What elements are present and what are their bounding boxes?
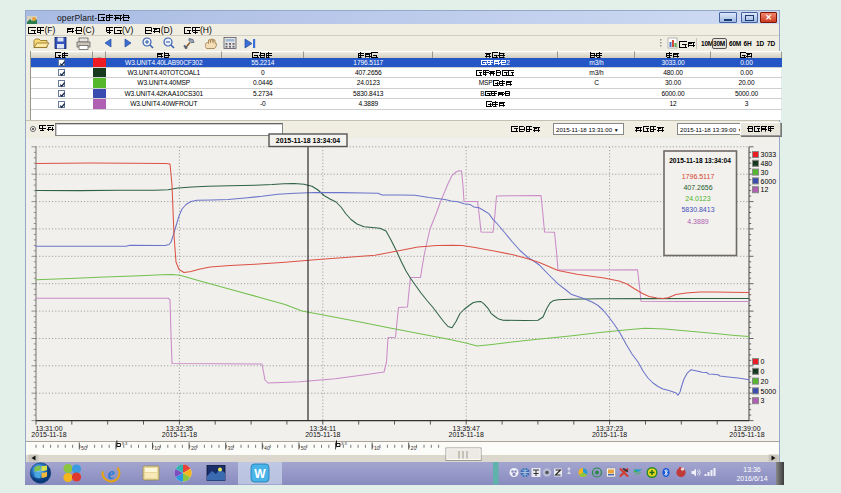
svg-text:2015-11-18: 2015-11-18 xyxy=(449,431,484,438)
svg-text:3:3: 3:3 xyxy=(121,441,127,446)
svg-text:20: 20 xyxy=(761,378,769,385)
svg-text:407.2656: 407.2656 xyxy=(683,184,712,191)
svg-text:480: 480 xyxy=(761,160,773,167)
svg-text:2015-11-18: 2015-11-18 xyxy=(592,431,627,438)
svg-text:40: 40 xyxy=(264,445,270,451)
svg-text:30: 30 xyxy=(228,445,234,451)
svg-text:12: 12 xyxy=(761,186,769,193)
svg-text:5830.8413: 5830.8413 xyxy=(681,206,714,213)
svg-text:50: 50 xyxy=(81,445,87,451)
svg-text:0: 0 xyxy=(761,358,765,365)
svg-text:3:3: 3:3 xyxy=(341,441,347,446)
svg-text:2015-11-18: 2015-11-18 xyxy=(305,431,340,438)
svg-text:50: 50 xyxy=(301,445,307,451)
svg-text:30: 30 xyxy=(761,169,769,176)
svg-text:24.0123: 24.0123 xyxy=(685,195,710,202)
svg-text:2015-11-18 13:34:04: 2015-11-18 13:34:04 xyxy=(276,137,341,144)
svg-text:5000: 5000 xyxy=(761,388,777,395)
svg-text:20: 20 xyxy=(191,445,197,451)
svg-text:0: 0 xyxy=(761,368,765,375)
svg-text:10: 10 xyxy=(374,445,380,451)
svg-text:4.3889: 4.3889 xyxy=(687,218,709,225)
svg-text:6000: 6000 xyxy=(761,178,777,185)
svg-text:2015-11-18: 2015-11-18 xyxy=(162,431,197,438)
svg-text:2015-11-18: 2015-11-18 xyxy=(31,431,66,438)
svg-text:20: 20 xyxy=(411,445,417,451)
svg-text:3: 3 xyxy=(761,397,765,404)
svg-text:2015-11-18 13:34:04: 2015-11-18 13:34:04 xyxy=(669,157,731,164)
svg-text:3033: 3033 xyxy=(761,151,777,158)
svg-text:2015-11-18: 2015-11-18 xyxy=(729,431,764,438)
svg-text:1796.5117: 1796.5117 xyxy=(682,173,715,180)
svg-text:10: 10 xyxy=(154,445,160,451)
